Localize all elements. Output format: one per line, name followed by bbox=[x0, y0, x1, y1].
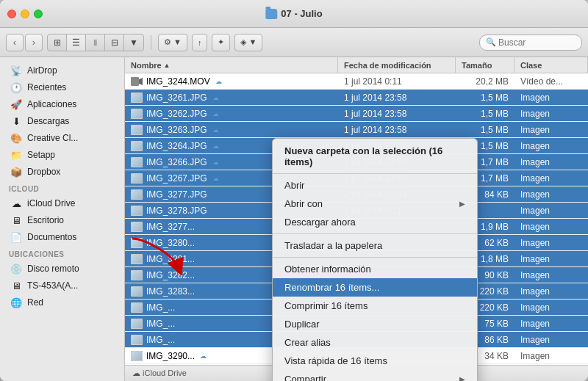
gallery-view-button[interactable]: ⊟ bbox=[105, 35, 124, 51]
ctx-item-duplicar[interactable]: Duplicar bbox=[273, 315, 477, 333]
sidebar-item-setapp[interactable]: 📁Setapp bbox=[3, 147, 121, 163]
sidebar-item-red[interactable]: 🌐Red bbox=[3, 294, 121, 311]
tag-button[interactable]: ✦ bbox=[212, 34, 230, 51]
folder-icon bbox=[265, 9, 277, 19]
dropbox-button[interactable]: ◈ ▼ bbox=[234, 34, 262, 51]
aplicaciones-icon: 🚀 bbox=[10, 98, 22, 110]
sidebar-item-label-setapp: Setapp bbox=[27, 150, 55, 160]
ctx-item-alias[interactable]: Crear alias bbox=[273, 333, 477, 352]
sidebar-item-icloud-drive[interactable]: ☁iCloud Drive bbox=[3, 195, 121, 211]
column-headers: Nombre ▲ Fecha de modificación Tamaño Cl… bbox=[125, 57, 588, 73]
forward-button[interactable]: › bbox=[25, 34, 43, 51]
file-row[interactable]: IMG_3244.MOV☁1 jul 2014 0:1120,2 MBVídeo… bbox=[125, 73, 588, 90]
nav-buttons: ‹ › bbox=[6, 34, 43, 51]
file-name-text: IMG_3261.JPG bbox=[146, 92, 207, 103]
svg-rect-29 bbox=[132, 303, 142, 312]
ctx-item-informacion[interactable]: Obtener información bbox=[273, 260, 477, 278]
column-name-header[interactable]: Nombre ▲ bbox=[125, 57, 338, 73]
file-name-text: IMG_3244.MOV bbox=[146, 76, 210, 87]
column-size-header[interactable]: Tamaño bbox=[456, 57, 514, 73]
red-icon: 🌐 bbox=[10, 297, 22, 308]
column-view-button[interactable]: ⫴ bbox=[86, 35, 105, 51]
image-file-icon bbox=[131, 108, 143, 120]
recientes-icon: 🕐 bbox=[10, 81, 22, 93]
ctx-item-comprimir[interactable]: Comprimir 16 ítems bbox=[273, 297, 477, 315]
share-button[interactable]: ↑ bbox=[192, 34, 208, 51]
sidebar-item-label-creative: Creative Cl... bbox=[27, 133, 78, 143]
column-type-header[interactable]: Clase bbox=[514, 57, 588, 73]
sidebar-item-descargas[interactable]: ⬇Descargas bbox=[3, 113, 121, 129]
search-input[interactable] bbox=[498, 37, 579, 48]
icon-view-button[interactable]: ⊞ bbox=[48, 35, 67, 51]
escritorio-icon: 🖥 bbox=[10, 214, 22, 226]
file-row[interactable]: IMG_3261.JPG☁1 jul 2014 23:581,5 MBImage… bbox=[125, 90, 588, 106]
status-text: ☁ iCloud Drive bbox=[132, 369, 187, 378]
close-button[interactable] bbox=[7, 10, 16, 18]
file-name-text: IMG_3280... bbox=[146, 238, 195, 248]
image-file-icon bbox=[131, 253, 143, 265]
action-button[interactable]: ⚙ ▼ bbox=[158, 34, 187, 51]
file-type-cell: Imagen bbox=[514, 92, 588, 103]
ctx-item-abrir[interactable]: Abrir bbox=[273, 176, 477, 195]
ctx-item-label: Nueva carpeta con la selección (16 ítems… bbox=[284, 145, 465, 167]
icloud-badge: ☁ bbox=[212, 175, 219, 182]
file-name-text: IMG_3290... bbox=[146, 351, 195, 361]
image-file-icon bbox=[131, 318, 143, 330]
ctx-item-compartir[interactable]: Compartir▶ bbox=[273, 370, 477, 381]
list-view-button[interactable]: ☰ bbox=[67, 35, 86, 51]
file-type-cell: Imagen bbox=[514, 125, 588, 135]
sidebar-item-label-disco-remoto: Disco remoto bbox=[27, 264, 79, 274]
minimize-button[interactable] bbox=[21, 10, 29, 18]
column-date-header[interactable]: Fecha de modificación bbox=[338, 57, 456, 73]
icloud-badge: ☁ bbox=[212, 110, 219, 117]
file-name-text: IMG_3262.JPG bbox=[146, 109, 207, 119]
image-file-icon bbox=[131, 350, 143, 362]
image-file-icon bbox=[131, 221, 143, 233]
file-name-cell: IMG_3244.MOV☁ bbox=[125, 76, 338, 87]
icloud-badge: ☁ bbox=[215, 78, 222, 85]
ctx-item-label: Vista rápida de 16 ítems bbox=[284, 355, 387, 366]
view-buttons: ⊞ ☰ ⫴ ⊟ ▼ bbox=[47, 34, 144, 51]
file-name-text: IMG_3267.JPG bbox=[146, 173, 207, 184]
sidebar-item-label-descargas: Descargas bbox=[27, 116, 69, 126]
ctx-item-renombrar[interactable]: Renombrar 16 ítems... bbox=[273, 278, 477, 297]
image-file-icon bbox=[131, 302, 143, 313]
file-row[interactable]: IMG_3262.JPG☁1 jul 2014 23:581,5 MBImage… bbox=[125, 106, 588, 122]
maximize-button[interactable] bbox=[34, 10, 43, 18]
ctx-item-nueva-carpeta[interactable]: Nueva carpeta con la selección (16 ítems… bbox=[273, 142, 477, 171]
sidebar-item-escritorio[interactable]: 🖥Escritorio bbox=[3, 212, 121, 228]
sidebar-item-label-documentos: Documentos bbox=[27, 232, 76, 242]
sidebar-item-label-icloud-drive: iCloud Drive bbox=[27, 198, 75, 208]
svg-rect-5 bbox=[132, 109, 142, 118]
file-date-cell: 1 jul 2014 23:58 bbox=[338, 109, 456, 119]
ctx-item-abrir-con[interactable]: Abrir con▶ bbox=[273, 195, 477, 213]
image-file-icon bbox=[131, 334, 143, 346]
file-type-cell: Vídeo de... bbox=[514, 76, 588, 87]
sidebar-item-airdrop[interactable]: 📡AirDrop bbox=[3, 62, 121, 79]
sidebar-item-aplicaciones[interactable]: 🚀Aplicaciones bbox=[3, 96, 121, 112]
svg-rect-7 bbox=[132, 126, 142, 134]
sidebar-item-dropbox[interactable]: 📦Dropbox bbox=[3, 164, 121, 180]
ctx-item-papelera[interactable]: Trasladar a la papelera bbox=[273, 236, 477, 255]
search-box[interactable]: 🔍 bbox=[479, 35, 582, 51]
svg-rect-31 bbox=[132, 319, 142, 328]
file-name-text: IMG_3278.JPG bbox=[146, 206, 207, 216]
view-options-button[interactable]: ▼ bbox=[124, 35, 143, 51]
ctx-item-label: Descargar ahora bbox=[284, 217, 356, 228]
sidebar-item-label-airdrop: AirDrop bbox=[27, 65, 57, 76]
sidebar-item-disco-remoto[interactable]: 💿Disco remoto bbox=[3, 261, 121, 277]
sidebar-item-label-recientes: Recientes bbox=[27, 82, 66, 92]
file-row[interactable]: IMG_3263.JPG☁1 jul 2014 23:581,5 MBImage… bbox=[125, 122, 588, 138]
back-button[interactable]: ‹ bbox=[6, 34, 24, 51]
file-type-cell: Imagen bbox=[514, 173, 588, 184]
icloud-badge: ☁ bbox=[200, 352, 207, 360]
sidebar-item-recientes[interactable]: 🕐Recientes bbox=[3, 79, 121, 95]
sidebar-item-documentos[interactable]: 📄Documentos bbox=[3, 229, 121, 245]
sidebar-item-ts453[interactable]: 🖥TS-453A(A... bbox=[3, 277, 121, 294]
airdrop-icon: 📡 bbox=[10, 65, 22, 76]
sidebar-item-creative[interactable]: 🎨Creative Cl... bbox=[3, 130, 121, 146]
file-type-cell: Imagen bbox=[514, 189, 588, 200]
ctx-item-label: Crear alias bbox=[284, 337, 331, 348]
ctx-item-descargar[interactable]: Descargar ahora bbox=[273, 213, 477, 231]
ctx-item-vista-rapida[interactable]: Vista rápida de 16 ítems bbox=[273, 352, 477, 370]
